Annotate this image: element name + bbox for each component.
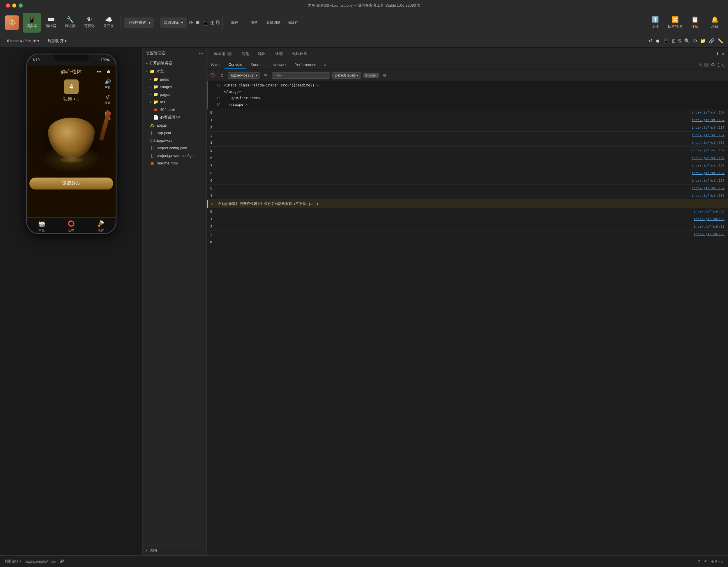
log-src-link7[interactable]: index.js?[sm]:167 [692,156,725,160]
file-link-icon[interactable]: 🔗 [60,559,64,564]
log-src-link15[interactable]: index.js?[sm]:83 [694,225,725,229]
levels-dropdown[interactable]: Default levels ▾ [332,72,361,79]
filetree-appjs[interactable]: JS app.js [143,121,206,129]
console-tab-network[interactable]: Network [268,61,291,69]
filetree-pages[interactable]: ▸ 📁 pages [143,91,206,98]
more-icon[interactable]: ••• [199,51,203,56]
filetree-readme-txt[interactable]: 📄 必看说明.txt [143,113,206,121]
phone-tab-nianzhu[interactable]: ⭕ 念珠 [68,220,75,233]
tab-output[interactable]: 输出 [254,50,270,58]
maximize-button[interactable] [19,3,23,8]
toolbar-btn-message[interactable]: 🔔 消息 [706,13,723,33]
statusbar-preview-icon[interactable]: 👁 [704,559,708,564]
invite-btn[interactable]: 邀请好友 [29,178,113,190]
log-src-link14[interactable]: index.js?[sm]:83 [694,217,725,221]
log-src-link9[interactable]: index.js?[sm]:167 [692,171,725,175]
phone-tab-songbo[interactable]: 🪘 颂钵 [97,220,104,233]
filetree-404[interactable]: ◼ 404.html [143,106,206,113]
filetree-project-config[interactable]: {} project.config.json [143,144,206,152]
toolbar-btn-preview[interactable]: 预览 [245,13,263,33]
refresh-icon2[interactable]: ↺ [649,38,653,44]
filetree-images[interactable]: ▸ 📁 images [143,83,206,91]
phone-tab-muyu[interactable]: 🥁 木鱼 [38,220,45,233]
log-src-link10[interactable]: index.js?[sm]:167 [692,179,725,183]
filter-input[interactable] [272,72,330,79]
close-devtools-icon[interactable]: ✕ [722,52,725,56]
search-icon[interactable]: 🔍 [684,38,690,44]
toolbar-btn-editor[interactable]: ⌨️ 编辑器 [42,13,60,33]
toolbar-btn-visual[interactable]: 👁 可视化 [80,13,98,33]
statusbar-settings-icon[interactable]: ⚙ [697,559,701,564]
copy-icon[interactable]: ⎘ [216,20,220,26]
dock-icon[interactable]: ⊡ [722,63,726,67]
filetree-appjson[interactable]: {} app.json [143,129,206,137]
phone-content[interactable]: 静心颂钵 ••• ⏺ 4 🔊 声音 ↺ [27,66,116,218]
toolbar-btn-compile[interactable]: 编译 [226,13,244,33]
toolbar-btn-real-debug[interactable]: 真机调试 [264,13,283,33]
phone-icon2[interactable]: 📱 [663,38,669,44]
tab-terminal[interactable]: 终端 [271,50,287,58]
log-src-link3[interactable]: index.js?[sm]:167 [692,126,725,130]
console-tab-sources[interactable]: Sources [246,61,268,69]
device-selector[interactable]: iPhone X 85% 16 ▾ [5,38,42,44]
filetree-res[interactable]: ▾ 📁 res [143,98,206,106]
phone-dots[interactable]: ••• [97,69,102,75]
log-src-link5[interactable]: index.js?[sm]:167 [692,141,725,145]
console-tab-performance[interactable]: Performance [291,61,320,69]
toolbar-btn-simulator[interactable]: 📱 模拟器 [23,13,41,33]
tab-debugger[interactable]: 调试器 5 [210,50,236,58]
log-src-link16[interactable]: index.js?[sm]:83 [694,232,725,236]
toolbar-btn-clear-cache[interactable]: 清缓存 [284,13,302,33]
outline-section[interactable]: ▸ 大纲 [143,545,206,555]
filetree-project-private[interactable]: {} project.private.config... [143,152,206,159]
link-icon[interactable]: 🔗 [709,38,715,44]
log-src-link[interactable]: index.js?[sm]:167 [692,111,725,114]
log-src-link13[interactable]: index.js?[sm]:83 [694,210,725,213]
log-src-link12[interactable]: index.js?[sm]:167 [692,194,725,198]
edit-icon[interactable]: ✏️ [718,38,723,44]
phone-bowl-area[interactable] [27,103,116,173]
toolbar-btn-debugger[interactable]: 🔧 调试器 [61,13,79,33]
folder-icon[interactable]: 📁 [700,38,706,44]
settings-icon2[interactable]: ⚙ [711,62,715,68]
more-tabs-btn[interactable]: » [321,61,328,69]
filetree-open-editors[interactable]: ▸ 打开的编辑器 [143,59,206,67]
gear-icon[interactable]: ⚙ [381,72,388,79]
log-src-link11[interactable]: index.js?[sm]:167 [692,186,725,190]
filetree-root[interactable]: ▾ 📁 木鱼 [143,67,206,75]
phone-icon[interactable]: 📱 [202,20,208,26]
refresh-icon[interactable]: ⟳ [189,20,193,26]
minimize-button[interactable] [12,3,16,8]
record-icon2[interactable]: ⏺ [655,38,660,44]
console-tab-wxml[interactable]: Wxml [207,61,225,69]
filetree-audio[interactable]: ▸ 📁 audio [143,75,206,83]
filter-icon[interactable]: ⊘ [218,72,225,79]
tab-quality[interactable]: 代码质量 [288,50,311,58]
log-src-link4[interactable]: index.js?[sm]:167 [692,133,725,137]
context-select[interactable]: appservice (#1) ▾ [228,72,260,79]
layout-icon[interactable]: ⊞ [672,38,676,44]
toolbar-btn-cloud[interactable]: ☁️ 云开发 [100,13,118,33]
phone-record-btn[interactable]: ⏺ [106,69,111,75]
expand-icon[interactable]: ⬆ [716,52,719,56]
copy-icon2[interactable]: ⎘ [678,38,681,44]
record-icon[interactable]: ⏺ [195,20,200,26]
mode-dropdown[interactable]: 小程序模式 ▾ [124,17,154,28]
tab-issues[interactable]: 问题 [237,50,253,58]
log-src-link6[interactable]: index.js?[sm]:167 [692,149,725,152]
log-src-link8[interactable]: index.js?[sm]:167 [692,164,725,167]
hotreload-toggle[interactable]: 热重载 开 ▾ [45,37,69,45]
toolbar-btn-version[interactable]: 🔀 版本管理 [666,13,684,33]
grid-icon[interactable]: ⊞ [210,20,215,26]
toolbar-btn-detail[interactable]: 📋 详情 [686,13,704,33]
settings-icon[interactable]: ⚙ [693,38,697,44]
filetree-readme[interactable]: ◼ readme.html [143,159,206,167]
compile-dropdown[interactable]: 普通编译 ▾ [160,17,187,28]
filetree-appwxss[interactable]: CSS app.wxss [143,137,206,144]
sound-btn[interactable]: 🔊 声音 [105,78,111,89]
close-button[interactable] [6,3,10,8]
statusbar-path-selector[interactable]: 页面路径 ▾ [5,559,21,564]
eye-icon[interactable]: 👁 [262,72,269,79]
more-icon2[interactable]: ⋮ [717,63,720,67]
toolbar-btn-upload[interactable]: ⬆️ 上传 [646,13,664,33]
